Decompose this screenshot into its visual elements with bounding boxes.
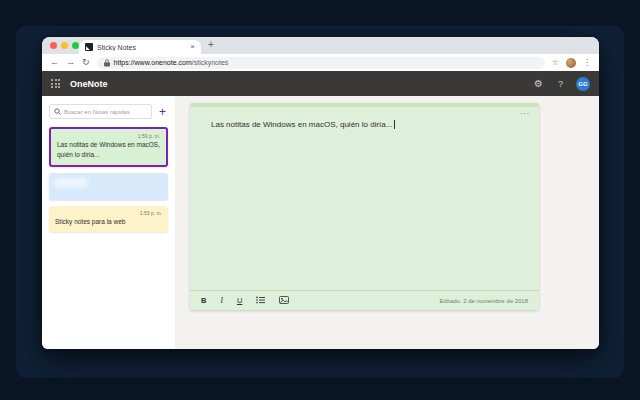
url-domain: https://www.onenote.com — [114, 59, 192, 66]
note-editor-text[interactable]: Las notitas de Windows en macOS, quién l… — [211, 120, 519, 129]
browser-menu-icon[interactable]: ⋮ — [583, 58, 591, 67]
add-note-button[interactable]: + — [157, 106, 168, 118]
minimize-window-button[interactable] — [61, 42, 68, 49]
search-icon — [54, 108, 61, 115]
url-text: https://www.onenote.com/stickynotes — [114, 59, 229, 66]
note-card-image[interactable] — [49, 173, 168, 200]
note-color-strip — [190, 103, 539, 107]
note-card[interactable]: 1:53 p. m. Sticky notes para la web — [49, 206, 168, 232]
address-bar[interactable]: https://www.onenote.com/stickynotes — [97, 57, 545, 69]
more-options-icon[interactable]: ··· — [520, 110, 530, 117]
search-box[interactable] — [49, 104, 152, 119]
back-icon[interactable]: ← — [50, 58, 59, 67]
note-preview-text: Sticky notes para la web — [55, 217, 162, 227]
window-controls — [50, 42, 79, 49]
tab-close-icon[interactable]: × — [190, 43, 195, 51]
user-avatar[interactable]: GG — [576, 77, 590, 91]
note-preview-text: Las notitas de Windows en macOS, quién l… — [57, 140, 160, 160]
note-timestamp: 1:59 p. m. — [57, 132, 160, 140]
forward-icon[interactable]: → — [66, 58, 75, 67]
url-path: /stickynotes — [192, 59, 229, 66]
close-window-button[interactable] — [50, 42, 57, 49]
note-list: 1:59 p. m. Las notitas de Windows en mac… — [42, 126, 175, 233]
text-cursor — [394, 120, 395, 129]
search-input[interactable] — [64, 109, 147, 115]
new-tab-button[interactable]: + — [208, 39, 214, 50]
bullet-list-icon[interactable] — [256, 296, 265, 306]
onenote-header: OneNote ⚙ ? GG — [42, 71, 599, 96]
app-launcher-icon[interactable] — [51, 79, 60, 88]
settings-gear-icon[interactable]: ⚙ — [534, 78, 543, 89]
url-bar: ← → ↻ https://www.onenote.com/stickynote… — [42, 54, 599, 71]
format-toolbar: B I U Editado: 2 de noviembre de 2018 — [190, 290, 539, 310]
note-timestamp: 1:53 p. m. — [55, 209, 162, 217]
bookmark-star-icon[interactable]: ☆ — [552, 58, 559, 67]
bold-button[interactable]: B — [201, 297, 206, 305]
insert-image-icon[interactable] — [279, 296, 289, 306]
zoom-window-button[interactable] — [72, 42, 79, 49]
help-button[interactable]: ? — [558, 79, 563, 89]
last-edited-label: Editado: 2 de noviembre de 2018 — [440, 298, 528, 304]
italic-button[interactable]: I — [220, 297, 223, 305]
tab-strip: Sticky Notes × + — [42, 37, 599, 54]
app-title: OneNote — [70, 79, 108, 89]
underline-button[interactable]: U — [237, 297, 242, 305]
editor-area: ··· Las notitas de Windows en macOS, qui… — [175, 96, 599, 349]
tab-title: Sticky Notes — [97, 44, 186, 51]
app-body: + 1:59 p. m. Las notitas de Windows en m… — [42, 96, 599, 349]
sticky-notes-favicon — [85, 43, 93, 51]
open-note: ··· Las notitas de Windows en macOS, qui… — [190, 103, 539, 310]
chrome-profile-avatar[interactable] — [566, 58, 576, 68]
blurred-thumbnail — [54, 178, 88, 187]
note-card-selected[interactable]: 1:59 p. m. Las notitas de Windows en mac… — [49, 127, 168, 167]
notes-sidebar: + 1:59 p. m. Las notitas de Windows en m… — [42, 96, 175, 349]
search-row: + — [42, 96, 175, 126]
browser-window: Sticky Notes × + ← → ↻ https://www.oneno… — [42, 37, 599, 349]
lock-icon — [104, 59, 110, 67]
refresh-icon[interactable]: ↻ — [82, 58, 90, 67]
tab-sticky-notes[interactable]: Sticky Notes × — [79, 40, 201, 54]
